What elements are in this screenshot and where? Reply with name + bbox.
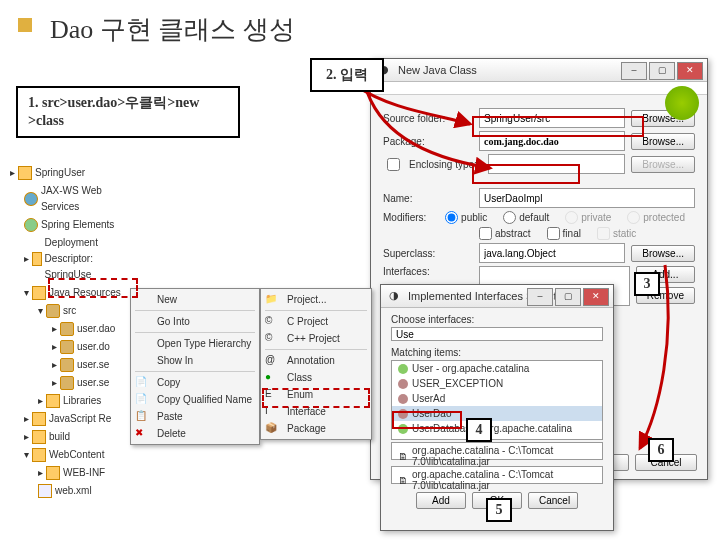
choose-input[interactable] <box>391 327 603 341</box>
eclipse-icon: ◑ <box>389 289 403 303</box>
add-button[interactable]: Add <box>416 492 466 509</box>
interface-icon <box>398 394 408 404</box>
new-cppproject[interactable]: ©C++ Project <box>261 330 371 347</box>
close-button[interactable]: ✕ <box>677 62 703 80</box>
jar-icon: 🗎 <box>398 475 408 486</box>
superclass-input[interactable] <box>479 243 625 263</box>
interface-icon <box>398 379 408 389</box>
tree-package[interactable]: ▸user.se <box>10 374 142 392</box>
label-interfaces: Interfaces: <box>383 266 473 277</box>
project-icon: 📁 <box>265 293 279 307</box>
minimize-button[interactable]: – <box>621 62 647 80</box>
c-icon: © <box>265 315 279 329</box>
tree-item[interactable]: JAX-WS Web Services <box>10 182 142 216</box>
new-project[interactable]: 📁Project... <box>261 291 371 308</box>
label-modifiers: Modifiers: <box>383 212 439 223</box>
label-superclass: Superclass: <box>383 248 473 259</box>
paste-icon: 📋 <box>135 410 149 424</box>
close-button[interactable]: ✕ <box>583 288 609 306</box>
menu-opentype[interactable]: Open Type Hierarchy <box>131 335 259 352</box>
package-icon: 📦 <box>265 422 279 436</box>
cancel-button[interactable]: Cancel <box>528 492 578 509</box>
menu-showin[interactable]: Show In <box>131 352 259 369</box>
cpp-icon: © <box>265 332 279 346</box>
tree-item[interactable]: web.xml <box>10 482 142 500</box>
tree-item[interactable]: ▸build <box>10 428 142 446</box>
menu-gointo[interactable]: Go Into <box>131 313 259 330</box>
delete-icon: ✖ <box>135 427 149 441</box>
dialog-title: New Java Class <box>398 64 477 76</box>
name-input[interactable] <box>479 188 695 208</box>
slide-title: Dao 구현 클래스 생성 <box>50 12 295 47</box>
callout-step1: 1. src>user.dao>우클릭>new >class <box>16 86 240 138</box>
enclosing-checkbox[interactable] <box>387 158 400 171</box>
callout-step2: 2. 입력 <box>310 58 384 92</box>
label-name: Name: <box>383 193 473 204</box>
callout-step6: 6 <box>648 438 674 462</box>
class-wizard-icon <box>665 86 699 120</box>
list-item[interactable]: User - org.apache.catalina <box>392 361 602 376</box>
copy-icon: 📄 <box>135 393 149 407</box>
check-static[interactable]: static <box>597 227 636 240</box>
context-submenu-new: 📁Project... ©C Project ©C++ Project @Ann… <box>260 288 372 440</box>
menu-new[interactable]: New <box>131 291 259 308</box>
check-abstract[interactable]: abstract <box>479 227 531 240</box>
tree-package[interactable]: ▸user.se <box>10 356 142 374</box>
radio-private[interactable]: private <box>565 211 611 224</box>
label-choose: Choose interfaces: <box>391 314 603 325</box>
check-final[interactable]: final <box>547 227 581 240</box>
interface-icon <box>398 364 408 374</box>
tree-project[interactable]: ▸SpringUser <box>10 164 142 182</box>
label-package: Package: <box>383 136 473 147</box>
context-menu: New Go Into Open Type Hierarchy Show In … <box>130 288 260 445</box>
new-class[interactable]: ●Class <box>261 369 371 386</box>
tree-package[interactable]: ▸user.dao <box>10 320 142 338</box>
dialog-titlebar: ◑ Implemented Interfaces Selection – ▢ ✕ <box>381 285 613 308</box>
radio-default[interactable]: default <box>503 211 549 224</box>
list-item[interactable]: UserAd <box>392 391 602 406</box>
tree-item[interactable]: Spring Elements <box>10 216 142 234</box>
new-package[interactable]: 📦Package <box>261 420 371 437</box>
label-matching: Matching items: <box>391 347 603 358</box>
project-explorer: ▸SpringUser JAX-WS Web Services Spring E… <box>6 160 146 520</box>
maximize-button[interactable]: ▢ <box>555 288 581 306</box>
jar-info: 🗎org.apache.catalina - C:\Tomcat 7.0\lib… <box>392 467 602 493</box>
jar-icon: 🗎 <box>398 451 408 462</box>
menu-copy[interactable]: 📄Copy <box>131 374 259 391</box>
menu-delete[interactable]: ✖Delete <box>131 425 259 442</box>
tree-item[interactable]: ▸Deployment Descriptor: SpringUse <box>10 234 142 284</box>
copy-icon: 📄 <box>135 376 149 390</box>
annotation-icon: @ <box>265 354 279 368</box>
interface-selection-dialog: ◑ Implemented Interfaces Selection – ▢ ✕… <box>380 284 614 531</box>
callout-step3: 3 <box>634 272 660 296</box>
jar-info: 🗎org.apache.catalina - C:\Tomcat 7.0\lib… <box>392 443 602 469</box>
callout-step5: 5 <box>486 498 512 522</box>
browse-button: Browse... <box>631 156 695 173</box>
new-annotation[interactable]: @Annotation <box>261 352 371 369</box>
tree-package[interactable]: ▸user.do <box>10 338 142 356</box>
class-icon: ● <box>265 371 279 385</box>
browse-button[interactable]: Browse... <box>631 245 695 262</box>
tree-item[interactable]: ▾WebContent <box>10 446 142 464</box>
radio-protected[interactable]: protected <box>627 211 685 224</box>
dialog-titlebar: ◑ New Java Class – ▢ ✕ <box>371 59 707 82</box>
tree-item[interactable]: ▸JavaScript Re <box>10 410 142 428</box>
minimize-button[interactable]: – <box>527 288 553 306</box>
new-cproject[interactable]: ©C Project <box>261 313 371 330</box>
tree-src[interactable]: ▾src <box>10 302 142 320</box>
callout-step4: 4 <box>466 418 492 442</box>
label-source-folder: Source folder: <box>383 113 473 124</box>
radio-public[interactable]: public <box>445 211 487 224</box>
tree-item[interactable]: ▸Libraries <box>10 392 142 410</box>
menu-copyqn[interactable]: 📄Copy Qualified Name <box>131 391 259 408</box>
list-item[interactable]: USER_EXCEPTION <box>392 376 602 391</box>
tree-item[interactable]: ▸WEB-INF <box>10 464 142 482</box>
maximize-button[interactable]: ▢ <box>649 62 675 80</box>
menu-paste[interactable]: 📋Paste <box>131 408 259 425</box>
